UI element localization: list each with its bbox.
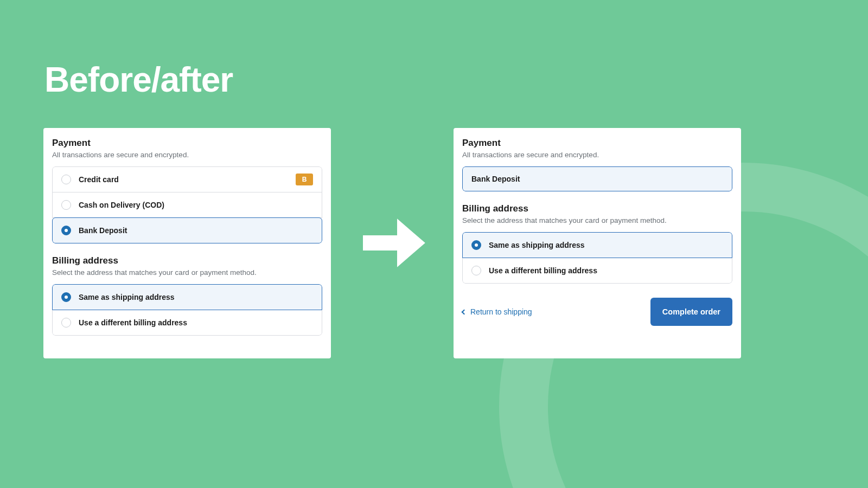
payment-selected-box: Bank Deposit bbox=[462, 166, 732, 191]
payment-subtext: All transactions are secure and encrypte… bbox=[52, 151, 322, 159]
after-card: Payment All transactions are secure and … bbox=[454, 128, 741, 358]
billing-option-same[interactable]: Same as shipping address bbox=[462, 232, 732, 258]
billing-options: Same as shipping address Use a different… bbox=[52, 284, 322, 336]
payment-selected: Bank Deposit bbox=[462, 166, 732, 191]
option-label: Same as shipping address bbox=[79, 293, 175, 301]
footer-row: Return to shipping Complete order bbox=[454, 296, 741, 335]
after-billing-section: Billing address Select the address that … bbox=[454, 203, 741, 224]
return-link-label: Return to shipping bbox=[470, 307, 532, 316]
radio-icon bbox=[61, 200, 71, 210]
billing-subtext: Select the address that matches your car… bbox=[462, 216, 732, 224]
before-billing-section: Billing address Select the address that … bbox=[43, 255, 331, 277]
option-label: Use a different billing address bbox=[489, 266, 597, 275]
payment-option-credit-card[interactable]: Credit card B bbox=[52, 166, 322, 192]
option-label: Bank Deposit bbox=[79, 226, 127, 235]
billing-option-different[interactable]: Use a different billing address bbox=[52, 310, 322, 336]
chevron-left-icon bbox=[462, 309, 467, 314]
billing-heading: Billing address bbox=[462, 203, 732, 214]
before-card: Payment All transactions are secure and … bbox=[43, 128, 331, 358]
page-title: Before/after bbox=[44, 60, 233, 100]
option-label: Same as shipping address bbox=[489, 241, 585, 249]
payment-subtext: All transactions are secure and encrypte… bbox=[462, 151, 732, 159]
radio-icon bbox=[61, 318, 71, 328]
billing-heading: Billing address bbox=[52, 255, 322, 266]
option-label: Use a different billing address bbox=[79, 318, 187, 327]
card-brand-badge-icon: B bbox=[296, 174, 313, 185]
arrow-icon bbox=[355, 205, 431, 281]
billing-option-same[interactable]: Same as shipping address bbox=[52, 284, 322, 310]
radio-icon bbox=[61, 226, 71, 235]
after-payment-section: Payment All transactions are secure and … bbox=[454, 138, 741, 159]
payment-heading: Payment bbox=[52, 138, 322, 149]
option-label: Bank Deposit bbox=[471, 175, 520, 183]
before-payment-section: Payment All transactions are secure and … bbox=[43, 138, 331, 159]
payment-option-bank-deposit[interactable]: Bank Deposit bbox=[52, 217, 322, 243]
billing-subtext: Select the address that matches your car… bbox=[52, 268, 322, 277]
return-to-shipping-link[interactable]: Return to shipping bbox=[462, 307, 532, 316]
billing-option-different[interactable]: Use a different billing address bbox=[462, 258, 732, 284]
radio-icon bbox=[471, 240, 481, 250]
payment-options: Credit card B Cash on Delivery (COD) Ban… bbox=[52, 166, 322, 243]
complete-order-button[interactable]: Complete order bbox=[650, 298, 732, 326]
payment-heading: Payment bbox=[462, 138, 732, 149]
billing-options: Same as shipping address Use a different… bbox=[462, 232, 732, 284]
radio-icon bbox=[61, 292, 71, 302]
option-label: Cash on Delivery (COD) bbox=[79, 201, 164, 209]
payment-option-cod[interactable]: Cash on Delivery (COD) bbox=[52, 192, 322, 218]
radio-icon bbox=[61, 175, 71, 184]
radio-icon bbox=[471, 266, 481, 275]
option-label: Credit card bbox=[79, 175, 119, 184]
